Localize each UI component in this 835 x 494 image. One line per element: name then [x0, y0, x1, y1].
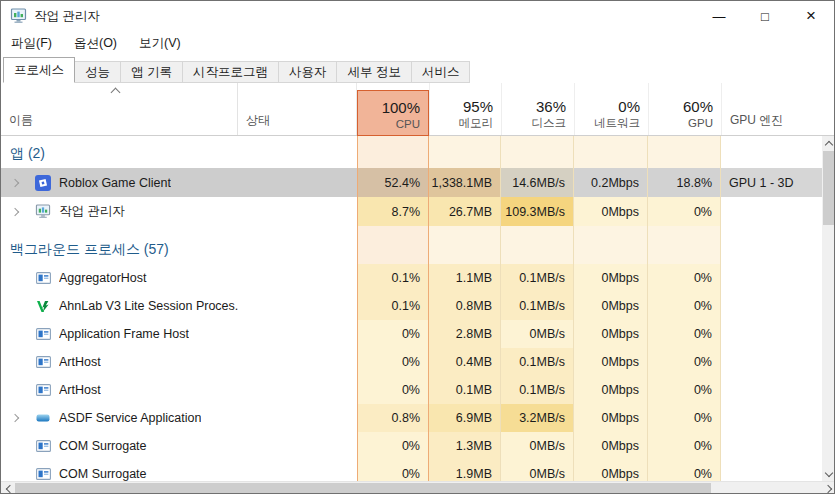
memory-cell: 0.8MB [429, 292, 501, 320]
scroll-right-icon[interactable] [822, 482, 835, 494]
scroll-up-icon[interactable] [822, 136, 835, 150]
cpu-cell: 0.1% [357, 292, 429, 320]
table-row-task-manager[interactable]: 작업 관리자 8.7% 26.7MB 109.3MB/s 0Mbps 0% [1, 197, 822, 226]
tab-strip: 프로세스 성능 앱 기록 시작프로그램 사용자 세부 정보 서비스 [1, 55, 834, 83]
gpu-cell: 0% [648, 376, 721, 404]
expand-chevron-icon[interactable] [7, 415, 23, 421]
disk-cell: 0.1MB/s [501, 376, 574, 404]
gpu-engine-cell [721, 348, 822, 376]
tab-performance[interactable]: 성능 [74, 61, 121, 83]
gpu-engine-cell [721, 292, 822, 320]
maximize-button[interactable]: □ [742, 1, 788, 31]
vertical-scrollbar-thumb[interactable] [823, 151, 835, 225]
menu-bar: 파일(F) 옵션(O) 보기(V) [1, 31, 834, 55]
memory-cell: 1.3MB [429, 432, 501, 460]
horizontal-scrollbar-thumb[interactable] [15, 483, 711, 494]
table-row[interactable]: ArtHost 0% 0.1MB 0.1MB/s 0Mbps 0% [1, 376, 822, 404]
memory-cell: 26.7MB [429, 197, 501, 226]
gpu-cell: 0% [648, 197, 721, 226]
disk-cell: 3.2MB/s [501, 404, 574, 432]
process-name: ArtHost [59, 355, 101, 369]
default-window-icon [35, 354, 51, 370]
minimize-button[interactable]: — [696, 1, 742, 31]
expand-chevron-icon[interactable] [7, 180, 23, 186]
status-cell [238, 376, 357, 404]
cpu-cell: 0.1% [357, 264, 429, 292]
column-label-status: 상태 [246, 112, 270, 129]
disk-cell: 0MB/s [501, 432, 574, 460]
table-row[interactable]: Application Frame Host 0% 2.8MB 0MB/s 0M… [1, 320, 822, 348]
menu-view[interactable]: 보기(V) [128, 32, 192, 55]
column-header-gpu-engine[interactable]: GPU 엔진 [721, 83, 835, 135]
cpu-cell: 0.8% [357, 404, 429, 432]
scroll-down-icon[interactable] [822, 467, 835, 481]
column-header-name[interactable]: 이름 [1, 83, 238, 135]
cpu-cell: 8.7% [357, 197, 429, 226]
process-name: Roblox Game Client [59, 176, 171, 190]
table-row[interactable]: COM Surrogate 0% 1.9MB 0MB/s 0Mbps 0% [1, 460, 822, 481]
title-bar: 작업 관리자 — □ × [1, 1, 834, 31]
tab-processes[interactable]: 프로세스 [3, 57, 75, 83]
close-button[interactable]: × [788, 1, 834, 31]
column-header-disk[interactable]: 36% 디스크 [501, 83, 574, 135]
disk-cell: 0.1MB/s [501, 348, 574, 376]
gpu-cell: 0% [648, 264, 721, 292]
status-cell [238, 168, 357, 197]
column-header-cpu[interactable]: 100% CPU [357, 90, 429, 136]
network-cell: 0Mbps [574, 320, 648, 348]
gpu-cell: 0% [648, 292, 721, 320]
group-header-apps[interactable]: 앱 (2) [1, 140, 822, 168]
table-row[interactable]: COM Surrogate 0% 1.3MB 0MB/s 0Mbps 0% [1, 432, 822, 460]
group-header-background-processes[interactable]: 백그라운드 프로세스 (57) [1, 236, 822, 264]
table-row-roblox[interactable]: Roblox Game Client 52.4% 1,338.1MB 14.6M… [1, 168, 822, 197]
status-cell [238, 460, 357, 481]
memory-cell: 1.9MB [429, 460, 501, 481]
tab-details[interactable]: 세부 정보 [336, 61, 411, 83]
network-cell: 0Mbps [574, 404, 648, 432]
table-row[interactable]: AggregatorHost 0.1% 1.1MB 0.1MB/s 0Mbps … [1, 264, 822, 292]
disk-cell: 109.3MB/s [501, 197, 574, 226]
network-cell: 0Mbps [574, 432, 648, 460]
gpu-engine-cell [721, 376, 822, 404]
task-manager-app-icon [10, 8, 27, 24]
status-cell [238, 320, 357, 348]
tab-startup[interactable]: 시작프로그램 [182, 61, 279, 83]
vertical-scrollbar[interactable] [822, 136, 835, 481]
tab-users[interactable]: 사용자 [278, 61, 338, 83]
disk-cell: 0.1MB/s [501, 264, 574, 292]
task-manager-icon [35, 204, 51, 220]
network-cell: 0Mbps [574, 197, 648, 226]
status-cell [238, 404, 357, 432]
table-row[interactable]: ArtHost 0% 0.4MB 0.1MB/s 0Mbps 0% [1, 348, 822, 376]
memory-cell: 1,338.1MB [429, 168, 501, 197]
cpu-cell: 0% [357, 348, 429, 376]
tab-services[interactable]: 서비스 [411, 61, 471, 83]
horizontal-scrollbar[interactable] [1, 481, 835, 494]
table-row[interactable]: AhnLab V3 Lite Session Proces... 0.1% 0.… [1, 292, 822, 320]
memory-cell: 0.4MB [429, 348, 501, 376]
column-label-gpu-engine: GPU 엔진 [730, 112, 783, 129]
menu-options[interactable]: 옵션(O) [63, 32, 128, 55]
gpu-engine-cell [721, 197, 822, 226]
disk-cell: 14.6MB/s [501, 168, 574, 197]
status-cell [238, 197, 357, 226]
column-header-memory[interactable]: 95% 메모리 [429, 83, 501, 135]
tab-app-history[interactable]: 앱 기록 [120, 61, 183, 83]
table-row[interactable]: ASDF Service Application 0.8% 6.9MB 3.2M… [1, 404, 822, 432]
column-header-network[interactable]: 0% 네트워크 [574, 83, 648, 135]
memory-cell: 0.1MB [429, 376, 501, 404]
scroll-left-icon[interactable] [1, 482, 15, 494]
gpu-cell: 0% [648, 460, 721, 481]
memory-total-usage: 95% [430, 98, 493, 116]
expand-chevron-icon[interactable] [7, 209, 23, 215]
network-cell: 0Mbps [574, 292, 648, 320]
process-name: 작업 관리자 [59, 203, 125, 220]
menu-file[interactable]: 파일(F) [1, 32, 63, 55]
column-header-status[interactable]: 상태 [238, 83, 357, 135]
gpu-engine-cell [721, 460, 822, 481]
gpu-cell: 18.8% [648, 168, 721, 197]
gpu-engine-cell [721, 264, 822, 292]
asdf-service-icon [35, 410, 51, 426]
status-cell [238, 432, 357, 460]
column-header-gpu[interactable]: 60% GPU [648, 83, 721, 135]
